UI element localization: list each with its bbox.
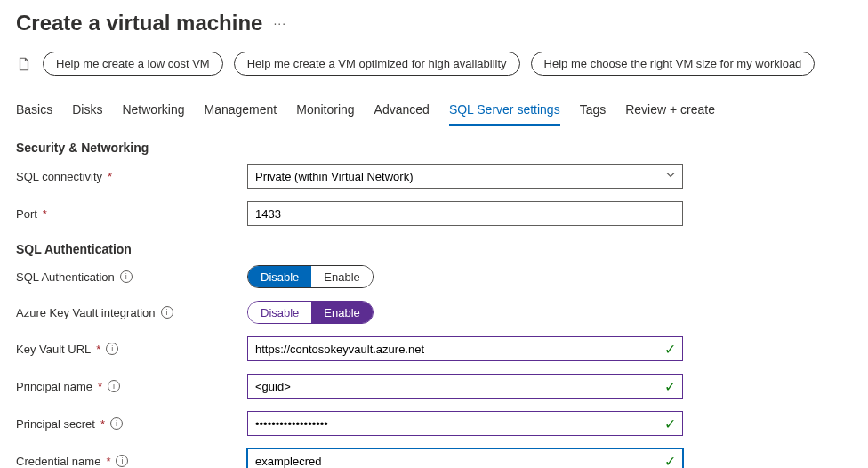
label-sql-connectivity: SQL connectivity [16, 170, 102, 183]
label-principal-secret: Principal secret [16, 417, 95, 431]
required-indicator: * [106, 455, 110, 468]
info-icon[interactable]: i [116, 455, 128, 467]
suggestion-high-availability-vm[interactable]: Help me create a VM optimized for high a… [234, 52, 520, 76]
required-indicator: * [108, 170, 112, 183]
label-key-vault-url: Key Vault URL [16, 343, 91, 356]
sql-auth-disable[interactable]: Disable [248, 266, 311, 287]
principal-secret-input[interactable] [247, 411, 683, 436]
suggestion-vm-size[interactable]: Help me choose the right VM size for my … [531, 52, 816, 76]
credential-name-input[interactable] [247, 448, 683, 468]
page-title: Create a virtual machine [16, 11, 262, 36]
tab-tags[interactable]: Tags [580, 97, 607, 126]
tab-review-create[interactable]: Review + create [625, 97, 715, 126]
tab-management[interactable]: Management [205, 97, 277, 126]
required-indicator: * [98, 380, 102, 393]
info-icon[interactable]: i [161, 306, 173, 319]
label-principal-name: Principal name [16, 380, 92, 393]
tab-basics[interactable]: Basics [16, 97, 52, 126]
section-sql-authentication: SQL Authentication [16, 242, 852, 256]
label-akv-integration: Azure Key Vault integration [16, 306, 156, 319]
tab-monitoring[interactable]: Monitoring [296, 97, 354, 126]
tab-networking[interactable]: Networking [122, 97, 184, 126]
label-port: Port [16, 207, 37, 221]
tab-bar: Basics Disks Networking Management Monit… [16, 97, 852, 126]
sql-auth-enable[interactable]: Enable [311, 266, 372, 287]
info-icon[interactable]: i [108, 380, 120, 392]
akv-disable[interactable]: Disable [248, 302, 311, 323]
key-vault-url-input[interactable] [247, 336, 683, 361]
principal-name-input[interactable] [247, 374, 683, 399]
required-indicator: * [43, 207, 47, 221]
suggestion-low-cost-vm[interactable]: Help me create a low cost VM [43, 52, 223, 76]
akv-enable[interactable]: Enable [311, 302, 372, 323]
label-sql-authentication: SQL Authentication [16, 270, 115, 284]
info-icon[interactable]: i [106, 343, 118, 355]
tab-advanced[interactable]: Advanced [374, 97, 430, 126]
port-input[interactable] [247, 201, 683, 226]
akv-integration-toggle: Disable Enable [247, 301, 374, 324]
sql-authentication-toggle: Disable Enable [247, 265, 374, 288]
info-icon[interactable]: i [110, 417, 123, 430]
required-indicator: * [96, 343, 100, 356]
info-icon[interactable]: i [120, 270, 133, 283]
required-indicator: * [100, 417, 105, 431]
sql-connectivity-select[interactable]: Private (within Virtual Network) [247, 164, 683, 189]
tab-sql-server-settings[interactable]: SQL Server settings [449, 97, 560, 126]
tab-disks[interactable]: Disks [72, 97, 102, 126]
more-menu-icon[interactable]: ··· [273, 16, 286, 30]
section-security-networking: Security & Networking [16, 141, 852, 155]
copilot-icon [16, 56, 32, 72]
label-credential-name: Credential name [16, 455, 100, 468]
